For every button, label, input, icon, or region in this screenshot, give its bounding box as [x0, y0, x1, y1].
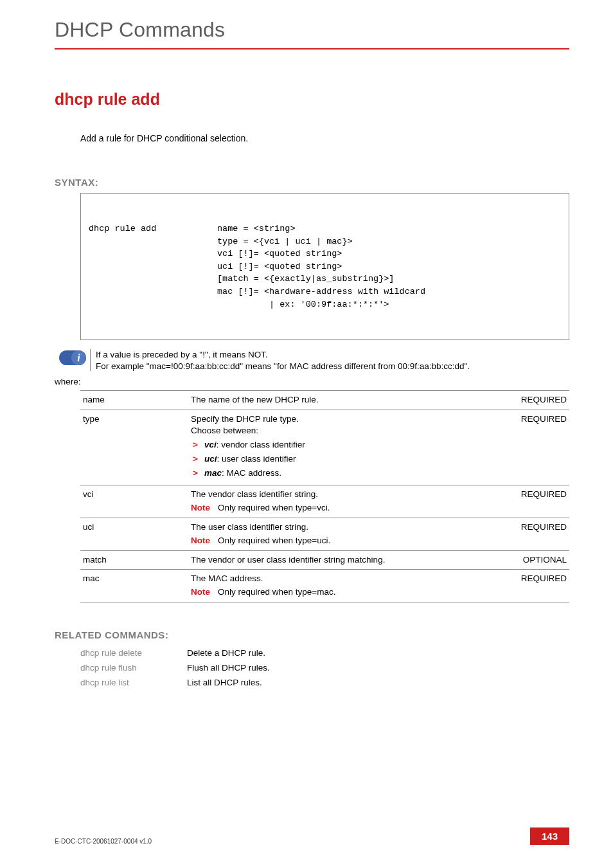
page-footer: E-DOC-CTC-20061027-0004 v1.0 143: [55, 827, 569, 845]
related-row: dhcp rule list List all DHCP rules.: [80, 675, 274, 690]
svg-text:i: i: [77, 352, 80, 363]
param-req: REQUIRED: [500, 485, 569, 518]
note-line: Note Only required when type=vci.: [191, 502, 497, 514]
param-desc: Specify the DHCP rule type. Choose betwe…: [188, 410, 500, 485]
note-text: Only required when type=uci.: [218, 535, 330, 547]
bullet-item: > vci: vendor class identifier: [191, 439, 497, 451]
syntax-command: dhcp rule add: [89, 222, 217, 311]
related-command-link[interactable]: dhcp rule list: [80, 678, 183, 687]
info-callout: i If a value is preceded by a "!", it me…: [59, 349, 569, 372]
note-line: Note Only required when type=uci.: [191, 535, 497, 547]
arrow-icon: >: [193, 439, 198, 451]
param-name: type: [80, 410, 188, 485]
table-row: name The name of the new DHCP rule. REQU…: [80, 390, 569, 410]
param-name: uci: [80, 518, 188, 550]
bullet-text: : vendor class identifier: [217, 440, 305, 449]
param-desc-text: Specify the DHCP rule type. Choose betwe…: [191, 413, 497, 438]
note-label: Note: [191, 502, 218, 514]
syntax-args: name = <string> type = <{vci | uci | mac…: [217, 222, 425, 311]
param-name: name: [80, 390, 188, 410]
param-desc-text: The MAC address.: [191, 573, 497, 585]
param-desc-text: The user class identifier string.: [191, 521, 497, 534]
info-icon: i: [59, 350, 86, 365]
param-req: REQUIRED: [500, 410, 569, 485]
arrow-icon: >: [193, 467, 198, 480]
table-row: type Specify the DHCP rule type. Choose …: [80, 410, 569, 485]
table-row: vci The vendor class identifier string. …: [80, 485, 569, 518]
note-text: Only required when type=mac.: [218, 586, 335, 599]
related-section: RELATED COMMANDS: dhcp rule delete Delet…: [55, 629, 569, 690]
callout-separator: [90, 349, 91, 371]
syntax-box: dhcp rule add name = <string> type = <{v…: [80, 193, 569, 340]
related-desc: Flush all DHCP rules.: [187, 660, 274, 675]
bullet-item: > mac: MAC address.: [191, 467, 497, 480]
command-title: dhcp rule add: [55, 90, 569, 109]
bullet-item: > uci: user class identifier: [191, 453, 497, 466]
where-label: where:: [55, 377, 569, 386]
related-command-link[interactable]: dhcp rule delete: [80, 648, 183, 658]
note-line: Note Only required when type=mac.: [191, 586, 497, 599]
page-number-badge: 143: [530, 827, 569, 845]
command-intro: Add a rule for DHCP conditional selectio…: [80, 133, 569, 143]
param-desc: The vendor class identifier string. Note…: [188, 485, 500, 518]
related-command-link[interactable]: dhcp rule flush: [80, 663, 183, 673]
page-header: DHCP Commands: [55, 0, 569, 42]
bullet-text: : MAC address.: [222, 468, 281, 478]
param-req: OPTIONAL: [500, 550, 569, 570]
arrow-icon: >: [193, 453, 198, 466]
related-heading: RELATED COMMANDS:: [55, 629, 569, 640]
param-name: vci: [80, 485, 188, 518]
bullet-em: vci: [204, 440, 217, 449]
bullet-text: : user class identifier: [217, 454, 296, 464]
callout-text: If a value is preceded by a "!", it mean…: [96, 349, 470, 372]
param-desc: The name of the new DHCP rule.: [188, 390, 500, 410]
param-name: match: [80, 550, 188, 570]
related-row: dhcp rule flush Flush all DHCP rules.: [80, 660, 274, 675]
callout-line-2: For example "mac=!00:9f:aa:bb:cc:dd" mea…: [96, 361, 470, 372]
param-desc: The user class identifier string. Note O…: [188, 518, 500, 550]
bullet-em: mac: [204, 468, 222, 478]
note-text: Only required when type=vci.: [218, 502, 330, 514]
params-table: name The name of the new DHCP rule. REQU…: [80, 390, 569, 603]
note-label: Note: [191, 586, 218, 599]
syntax-heading: SYNTAX:: [55, 177, 569, 188]
header-rule: [55, 48, 569, 50]
table-row: mac The MAC address. Note Only required …: [80, 570, 569, 602]
related-desc: Delete a DHCP rule.: [187, 646, 274, 660]
param-req: REQUIRED: [500, 518, 569, 550]
param-desc: The MAC address. Note Only required when…: [188, 570, 500, 602]
note-label: Note: [191, 535, 218, 547]
param-req: REQUIRED: [500, 390, 569, 410]
table-row: uci The user class identifier string. No…: [80, 518, 569, 550]
param-desc-text: The vendor class identifier string.: [191, 489, 497, 501]
callout-line-1: If a value is preceded by a "!", it mean…: [96, 349, 470, 361]
bullet-em: uci: [204, 454, 217, 464]
doc-id: E-DOC-CTC-20061027-0004 v1.0: [55, 838, 152, 845]
related-desc: List all DHCP rules.: [187, 675, 274, 690]
param-name: mac: [80, 570, 188, 602]
related-row: dhcp rule delete Delete a DHCP rule.: [80, 646, 274, 660]
table-row: match The vendor or user class identifie…: [80, 550, 569, 570]
param-req: REQUIRED: [500, 570, 569, 602]
param-desc: The vendor or user class identifier stri…: [188, 550, 500, 570]
related-table: dhcp rule delete Delete a DHCP rule. dhc…: [80, 646, 274, 690]
